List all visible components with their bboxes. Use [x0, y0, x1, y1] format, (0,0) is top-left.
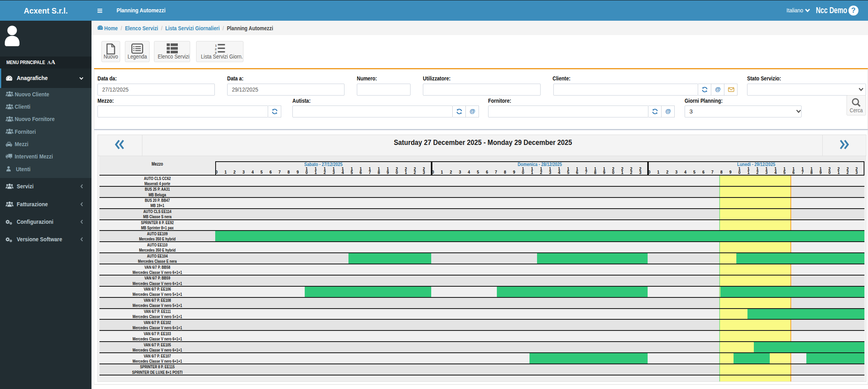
svg-text:2: 2 [215, 47, 217, 51]
svg-text:3: 3 [215, 51, 217, 54]
svg-text:1: 1 [215, 44, 217, 47]
